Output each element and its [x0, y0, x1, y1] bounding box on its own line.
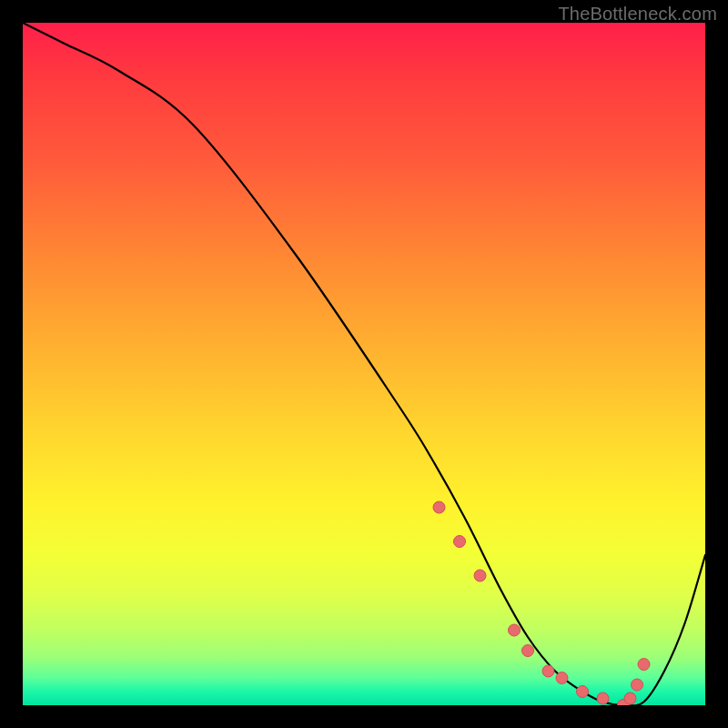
curve-marker: [433, 501, 445, 513]
curve-marker: [522, 645, 534, 657]
curve-marker: [638, 659, 650, 671]
curve-marker: [624, 693, 636, 704]
curve-markers: [433, 501, 650, 705]
curve-marker: [474, 570, 486, 581]
plot-area: [23, 23, 705, 705]
watermark-text: TheBottleneck.com: [558, 4, 717, 25]
curve-marker: [577, 686, 589, 698]
curve-layer: [23, 23, 705, 705]
bottleneck-curve: [23, 23, 705, 705]
curve-marker: [509, 624, 521, 636]
curve-marker: [556, 672, 568, 684]
curve-marker: [542, 665, 554, 677]
curve-marker: [632, 679, 643, 691]
curve-marker: [454, 536, 466, 548]
chart-frame: TheBottleneck.com: [0, 0, 728, 728]
curve-marker: [597, 693, 609, 704]
